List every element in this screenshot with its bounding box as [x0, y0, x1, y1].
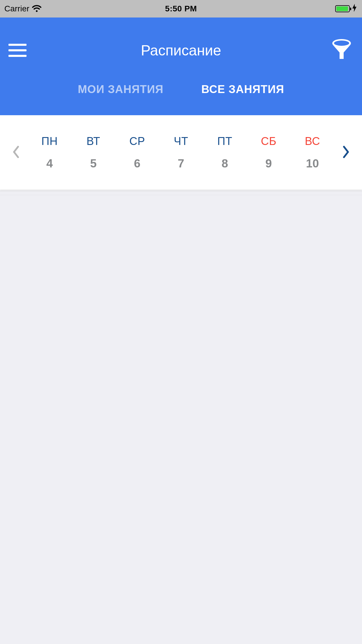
day-number: 7 — [178, 157, 184, 170]
funnel-icon — [330, 38, 354, 63]
day-name: ПТ — [217, 135, 233, 148]
day-name: ПН — [41, 135, 58, 148]
day-col-tue[interactable]: ВТ 5 — [79, 135, 108, 170]
day-number: 10 — [306, 157, 319, 170]
svg-rect-0 — [8, 44, 27, 46]
day-number: 4 — [46, 157, 53, 170]
tabs: МОИ ЗАНЯТИЯ ВСЕ ЗАНЯТИЯ — [0, 83, 362, 115]
day-number: 5 — [90, 157, 96, 170]
day-col-fri[interactable]: ПТ 8 — [210, 135, 239, 170]
filter-button[interactable] — [330, 39, 353, 62]
day-name: ВТ — [87, 135, 100, 148]
day-number: 8 — [222, 157, 228, 170]
prev-week-button[interactable] — [6, 146, 26, 160]
hamburger-icon — [8, 44, 27, 57]
week-strip: ПН 4 ВТ 5 СР 6 ЧТ 7 ПТ 8 СБ 9 ВС 10 — [0, 115, 362, 190]
battery-icon — [335, 5, 350, 12]
app-header: Расписание МОИ ЗАНЯТИЯ ВСЕ ЗАНЯТИЯ — [0, 18, 362, 115]
day-col-wed[interactable]: СР 6 — [123, 135, 152, 170]
charging-icon — [352, 4, 357, 14]
day-name: ВС — [305, 135, 320, 148]
day-name: ЧТ — [174, 135, 188, 148]
svg-rect-2 — [8, 55, 27, 57]
status-left: Carrier — [4, 4, 42, 13]
status-bar: Carrier 5:50 PM — [0, 0, 362, 18]
svg-rect-1 — [8, 49, 27, 51]
carrier-label: Carrier — [4, 4, 29, 13]
day-name: СБ — [261, 135, 276, 148]
tab-all-classes[interactable]: ВСЕ ЗАНЯТИЯ — [201, 83, 284, 96]
day-number: 6 — [134, 157, 140, 170]
day-col-sat[interactable]: СБ 9 — [254, 135, 283, 170]
status-time: 5:50 PM — [165, 4, 197, 13]
menu-button[interactable] — [9, 42, 26, 59]
tab-my-classes[interactable]: МОИ ЗАНЯТИЯ — [78, 83, 164, 96]
svg-point-3 — [334, 41, 349, 46]
page-title: Расписание — [141, 42, 221, 59]
day-col-thu[interactable]: ЧТ 7 — [166, 135, 196, 170]
days-container: ПН 4 ВТ 5 СР 6 ЧТ 7 ПТ 8 СБ 9 ВС 10 — [26, 135, 336, 170]
chevron-right-icon — [342, 146, 350, 160]
next-week-button[interactable] — [336, 146, 356, 160]
chevron-left-icon — [12, 146, 20, 160]
wifi-icon — [32, 5, 42, 13]
nav-row: Расписание — [0, 18, 362, 83]
day-col-mon[interactable]: ПН 4 — [35, 135, 64, 170]
status-right — [335, 4, 357, 14]
day-number: 9 — [266, 157, 272, 170]
day-name: СР — [129, 135, 145, 148]
day-col-sun[interactable]: ВС 10 — [298, 135, 327, 170]
schedule-content[interactable] — [0, 195, 362, 644]
